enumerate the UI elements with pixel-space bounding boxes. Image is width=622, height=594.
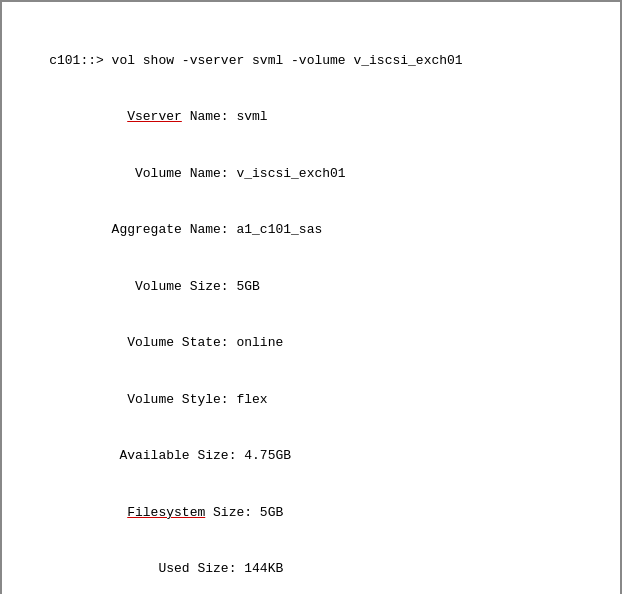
output-line-5: Volume State: online — [18, 334, 604, 353]
output-line-3: Aggregate Name: a1_c101_sas — [18, 221, 604, 240]
filesystem-label: Filesystem — [127, 505, 205, 520]
output-line-7: Available Size: 4.75GB — [18, 447, 604, 466]
output-line-1: Vserver Name: svml — [18, 108, 604, 127]
output-line-6: Volume Style: flex — [18, 391, 604, 410]
command-line: c101::> vol show -vserver svml -volume v… — [18, 52, 604, 71]
terminal-window: c101::> vol show -vserver svml -volume v… — [0, 0, 622, 594]
vserver-label: Vserver — [127, 109, 182, 124]
output-line-9: Used Size: 144KB — [18, 560, 604, 579]
terminal-content: c101::> vol show -vserver svml -volume v… — [18, 14, 604, 594]
output-line-4: Volume Size: 5GB — [18, 278, 604, 297]
output-line-8: Filesystem Size: 5GB — [18, 504, 604, 523]
output-line-2: Volume Name: v_iscsi_exch01 — [18, 165, 604, 184]
